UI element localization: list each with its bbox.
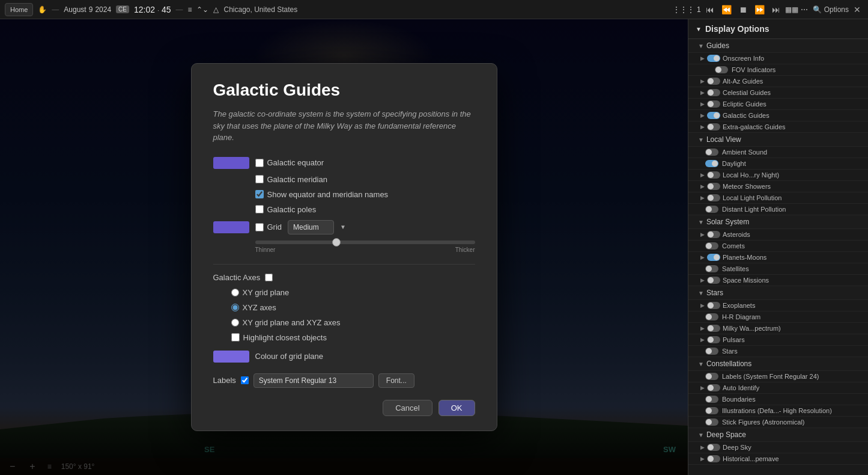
deep-sky-expand: ▶: [700, 444, 705, 450]
labels-checkbox[interactable]: [241, 376, 249, 384]
stop-button[interactable]: ⏹: [736, 4, 750, 16]
ambient-toggle[interactable]: [705, 149, 718, 156]
const-labels-item[interactable]: Labels (System Font Regular 24): [688, 371, 868, 382]
auto-identify-item[interactable]: ▶ Auto Identify: [688, 382, 868, 394]
hr-diagram-item[interactable]: H-R Diagram: [688, 311, 868, 323]
const-labels-toggle[interactable]: [705, 373, 718, 380]
stick-figures-item[interactable]: Stick Figures (Astronomical): [688, 417, 868, 428]
fov-indicators-item[interactable]: FOV Indicators: [688, 64, 868, 76]
satellites-item[interactable]: Satellites: [688, 263, 868, 275]
onscreen-info-item[interactable]: ▶ Onscreen Info: [688, 53, 868, 64]
satellites-toggle[interactable]: [705, 265, 718, 272]
galactic-axes-checkbox[interactable]: [265, 274, 273, 281]
local-light-item[interactable]: ▶ Local Light Pollution: [688, 192, 868, 204]
ambient-sound-item[interactable]: Ambient Sound: [688, 147, 868, 158]
milky-way-item[interactable]: ▶ Milky Wa...pectrum): [688, 323, 868, 334]
solar-system-section-header[interactable]: ▼ Solar System: [688, 215, 868, 229]
deep-space-section-header[interactable]: ▼ Deep Space: [688, 428, 868, 442]
constellations-section-header[interactable]: ▼ Constellations: [688, 357, 868, 371]
boundaries-item[interactable]: Boundaries: [688, 394, 868, 405]
galactic-toggle[interactable]: [707, 112, 720, 119]
distant-light-item[interactable]: Distant Light Pollution: [688, 204, 868, 215]
illustrations-item[interactable]: Illustrations (Defa...- High Resolution): [688, 405, 868, 417]
xy-grid-row: XY grid plane: [213, 288, 475, 297]
local-light-toggle[interactable]: [707, 194, 720, 201]
galactic-item[interactable]: ▶ Galactic Guides: [688, 110, 868, 121]
ecliptic-item[interactable]: ▶ Ecliptic Guides: [688, 99, 868, 110]
skip-end-button[interactable]: ⏭: [769, 4, 783, 16]
thickness-slider-thumb[interactable]: [332, 238, 341, 247]
pulsars-toggle[interactable]: [707, 336, 720, 343]
local-horizon-item[interactable]: ▶ Local Ho...ry Night): [688, 170, 868, 181]
modal-overlay: Galactic Guides The galactic co-ordinate…: [0, 19, 688, 475]
equator-color-swatch[interactable]: [213, 157, 249, 169]
cancel-button[interactable]: Cancel: [383, 400, 432, 416]
meteor-toggle[interactable]: [707, 183, 720, 190]
deep-sky-item[interactable]: ▶ Deep Sky: [688, 442, 868, 453]
space-missions-item[interactable]: ▶ Space Missions: [688, 275, 868, 286]
galactic-meridian-checkbox[interactable]: [255, 175, 264, 183]
comets-toggle[interactable]: [705, 242, 718, 250]
comets-item[interactable]: Comets: [688, 241, 868, 252]
show-equator-checkbox[interactable]: [255, 190, 264, 198]
historical-toggle[interactable]: [707, 455, 720, 462]
stick-figures-label: Stick Figures (Astronomical): [722, 418, 805, 426]
milky-way-toggle[interactable]: [707, 325, 720, 332]
hr-toggle[interactable]: [705, 313, 718, 320]
celestial-item[interactable]: ▶ Celestial Guides: [688, 87, 868, 99]
alt-az-item[interactable]: ▶ Alt-Az Guides: [688, 76, 868, 87]
onscreen-info-toggle[interactable]: [707, 55, 720, 62]
galactic-equator-checkbox[interactable]: [255, 159, 264, 167]
auto-identify-toggle[interactable]: [707, 384, 720, 391]
deep-sky-toggle[interactable]: [707, 444, 720, 451]
grid-color-swatch[interactable]: [213, 221, 249, 233]
exoplanets-item[interactable]: ▶ Exoplanets: [688, 300, 868, 311]
local-horizon-toggle[interactable]: [707, 171, 720, 179]
stars-section-header[interactable]: ▼ Stars: [688, 286, 868, 300]
show-equator-checkbox-wrap: Show equator and meridian names: [255, 190, 389, 199]
illustrations-toggle[interactable]: [705, 407, 718, 414]
stars-toggle[interactable]: [705, 348, 718, 355]
ecliptic-toggle[interactable]: [707, 100, 720, 108]
space-missions-toggle[interactable]: [707, 277, 720, 284]
daylight-item[interactable]: Daylight: [688, 158, 868, 170]
close-button[interactable]: ✕: [851, 4, 863, 16]
guides-section-header[interactable]: ▼ Guides: [688, 39, 868, 53]
grid-plane-color-swatch[interactable]: [213, 351, 249, 363]
local-view-section-header[interactable]: ▼ Local View: [688, 133, 868, 147]
historical-item[interactable]: ▶ Historical...pemave: [688, 453, 868, 465]
galactic-poles-checkbox[interactable]: [255, 205, 264, 213]
celestial-toggle[interactable]: [707, 89, 720, 96]
planets-toggle[interactable]: [707, 254, 720, 261]
extra-galactic-toggle[interactable]: [707, 123, 720, 130]
playback-controls: ⋮⋮⋮ 1 ⏮ ⏪ ⏹ ⏩ ⏭ ▦▦ ⋯: [673, 4, 808, 16]
font-input[interactable]: [253, 373, 374, 388]
highlight-checkbox[interactable]: [231, 333, 240, 342]
distant-light-toggle[interactable]: [705, 206, 718, 213]
alt-az-toggle[interactable]: [707, 78, 720, 85]
xy-and-xyz-radio[interactable]: [231, 319, 239, 326]
ok-button[interactable]: OK: [439, 400, 475, 416]
daylight-toggle[interactable]: [705, 160, 718, 167]
home-button[interactable]: Home: [5, 3, 33, 16]
meteor-label: Meteor Showers: [723, 183, 771, 190]
xyz-axes-radio[interactable]: [231, 304, 239, 311]
grid-size-select[interactable]: Thin Medium Thick: [288, 220, 334, 234]
grid-checkbox[interactable]: [255, 223, 264, 231]
xy-grid-radio[interactable]: [231, 289, 239, 296]
play-button[interactable]: ⏩: [752, 4, 767, 16]
extra-galactic-item[interactable]: ▶ Extra-galactic Guides: [688, 121, 868, 133]
skip-start-button[interactable]: ⏮: [703, 4, 717, 16]
planets-moons-item[interactable]: ▶ Planets-Moons: [688, 252, 868, 263]
pulsars-item[interactable]: ▶ Pulsars: [688, 334, 868, 346]
meteor-showers-item[interactable]: ▶ Meteor Showers: [688, 181, 868, 192]
font-button[interactable]: Font...: [378, 373, 414, 388]
prev-button[interactable]: ⏪: [719, 4, 734, 16]
stars-item[interactable]: Stars: [688, 346, 868, 357]
fov-toggle[interactable]: [715, 66, 728, 73]
boundaries-toggle[interactable]: [705, 396, 718, 403]
stick-figures-toggle[interactable]: [705, 418, 718, 426]
exoplanets-toggle[interactable]: [707, 302, 720, 309]
asteroids-toggle[interactable]: [707, 231, 720, 238]
asteroids-item[interactable]: ▶ Asteroids: [688, 229, 868, 241]
